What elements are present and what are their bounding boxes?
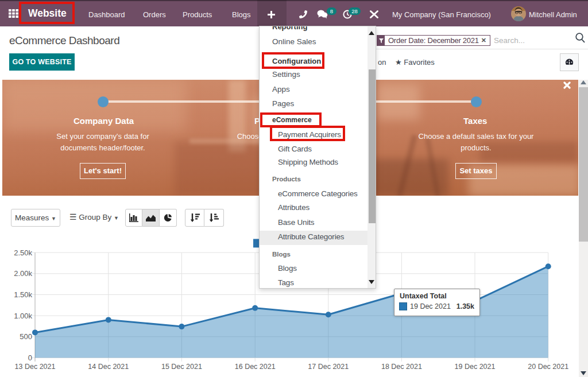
svg-text:18 Dec 2021: 18 Dec 2021 — [381, 363, 422, 371]
svg-text:15 Dec 2021: 15 Dec 2021 — [161, 363, 202, 371]
svg-text:14 Dec 2021: 14 Dec 2021 — [88, 363, 129, 371]
svg-text:16 Dec 2021: 16 Dec 2021 — [235, 363, 276, 371]
svg-text:2.00k: 2.00k — [14, 269, 32, 278]
svg-text:500: 500 — [20, 332, 32, 341]
svg-text:20 Dec 2021: 20 Dec 2021 — [528, 363, 568, 371]
svg-text:17 Dec 2021: 17 Dec 2021 — [308, 363, 349, 371]
svg-text:19 Dec 2021: 19 Dec 2021 — [455, 363, 496, 371]
svg-text:13 Dec 2021: 13 Dec 2021 — [15, 363, 56, 371]
svg-text:1.00k: 1.00k — [14, 312, 32, 320]
svg-text:1.50k: 1.50k — [14, 290, 32, 299]
svg-text:2.50k: 2.50k — [14, 248, 32, 257]
svg-text:0: 0 — [28, 353, 32, 362]
